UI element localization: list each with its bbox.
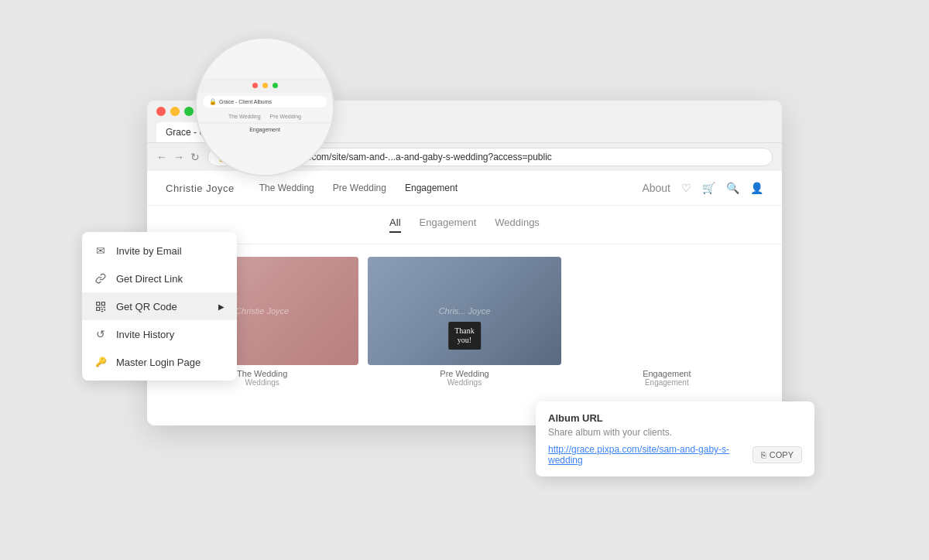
menu-item-master-login[interactable]: Master Login Page — [82, 348, 237, 376]
photo-label-3: Engagement — [571, 369, 763, 378]
album-tabs: All Engagement Weddings — [147, 206, 782, 244]
menu-item-direct-link[interactable]: Get Direct Link — [82, 265, 237, 292]
watermark-1: Christie Joyce — [235, 306, 289, 316]
site-header: Christie Joyce The Wedding Pre Wedding E… — [147, 171, 782, 206]
menu-label-direct-link: Get Direct Link — [116, 273, 183, 285]
photo-thumbnail-3: Christie Joy... — [571, 257, 763, 365]
photo-label-2: Pre Wedding — [368, 369, 560, 378]
heart-icon[interactable]: ♡ — [681, 182, 691, 194]
menu-item-invite-email[interactable]: Invite by Email — [82, 237, 237, 265]
menu-item-invite-history[interactable]: Invite History — [82, 320, 237, 348]
menu-label-invite-email: Invite by Email — [116, 245, 182, 257]
tab-engagement[interactable]: Engagement — [420, 217, 477, 233]
menu-label-master-login: Master Login Page — [116, 357, 201, 368]
photo-sublabel-3: Engagement — [571, 378, 763, 387]
svg-rect-10 — [101, 311, 104, 312]
about-link[interactable]: About — [642, 182, 670, 194]
key-icon — [94, 356, 107, 368]
nav-the-wedding[interactable]: The Wedding — [259, 183, 314, 193]
mag-tab-prewedding: Pre Wedding — [270, 114, 301, 119]
nav-engagement[interactable]: Engagement — [405, 183, 458, 193]
svg-rect-9 — [105, 309, 105, 311]
reload-button[interactable]: ↻ — [190, 151, 200, 163]
minimize-button[interactable] — [170, 107, 180, 116]
photo-item-3[interactable]: Christie Joy... Engagement Engagement — [571, 257, 763, 387]
tooltip-title: Album URL — [548, 412, 802, 424]
site-logo: Christie Joyce — [166, 183, 235, 194]
watermark-3: Christie Joy... — [641, 306, 692, 316]
nav-pre-wedding[interactable]: Pre Wedding — [333, 183, 386, 193]
svg-rect-8 — [101, 309, 104, 309]
magnifier-circle: 🔒 Grace - Client Albums The Wedding Pre … — [195, 37, 334, 176]
mag-tab-wedding: The Wedding — [228, 114, 261, 119]
svg-rect-5 — [97, 308, 99, 310]
copy-label: COPY — [770, 450, 794, 459]
qr-icon — [94, 300, 107, 312]
photo-item-2[interactable]: Chris... Joyce Thankyou! Pre Wedding Wed… — [368, 257, 560, 387]
photo-thumbnail-2: Chris... Joyce Thankyou! — [368, 257, 560, 365]
svg-rect-6 — [101, 307, 102, 308]
photo-sublabel-2: Weddings — [368, 378, 560, 387]
magnified-content: 🔒 Grace - Client Albums The Wedding Pre … — [197, 39, 333, 175]
menu-label-qr-code: Get QR Code — [116, 301, 177, 312]
maximize-button[interactable] — [184, 107, 194, 116]
cart-icon[interactable]: 🛒 — [702, 182, 715, 194]
tooltip-description: Share album with your clients. — [548, 427, 802, 438]
tab-all[interactable]: All — [389, 217, 400, 233]
tooltip-url[interactable]: http://grace.pixpa.com/site/sam-and-gaby… — [548, 444, 752, 466]
envelope-icon — [94, 244, 107, 257]
user-icon[interactable]: 👤 — [750, 182, 763, 194]
svg-rect-7 — [103, 307, 105, 308]
site-header-right: About ♡ 🛒 🔍 👤 — [642, 182, 763, 194]
nav-buttons: ← → ↻ — [156, 151, 200, 163]
forward-button[interactable]: → — [173, 151, 184, 163]
menu-item-qr-code[interactable]: Get QR Code ▶ — [82, 292, 237, 320]
tooltip-url-row: http://grace.pixpa.com/site/sam-and-gaby… — [548, 444, 802, 466]
website-content: Christie Joyce The Wedding Pre Wedding E… — [147, 171, 782, 425]
menu-arrow-icon: ▶ — [218, 302, 225, 311]
photos-grid: Christie Joyce The Wedding Weddings Chri… — [147, 244, 782, 399]
close-button[interactable] — [156, 107, 166, 116]
svg-rect-1 — [97, 302, 99, 305]
search-icon[interactable]: 🔍 — [726, 182, 739, 194]
history-icon — [94, 328, 107, 340]
link-icon — [94, 272, 107, 285]
back-button[interactable]: ← — [156, 151, 167, 163]
svg-rect-3 — [102, 302, 105, 305]
copy-button[interactable]: ⎘ COPY — [752, 446, 802, 463]
menu-label-invite-history: Invite History — [116, 329, 174, 340]
site-nav: The Wedding Pre Wedding Engagement — [259, 183, 643, 193]
copy-icon: ⎘ — [761, 450, 766, 459]
tab-weddings[interactable]: Weddings — [495, 217, 540, 233]
watermark-2: Chris... Joyce — [439, 306, 491, 316]
dropdown-menu: Invite by Email Get Direct Link — [82, 232, 237, 381]
album-url-tooltip: Album URL Share album with your clients.… — [536, 401, 814, 476]
